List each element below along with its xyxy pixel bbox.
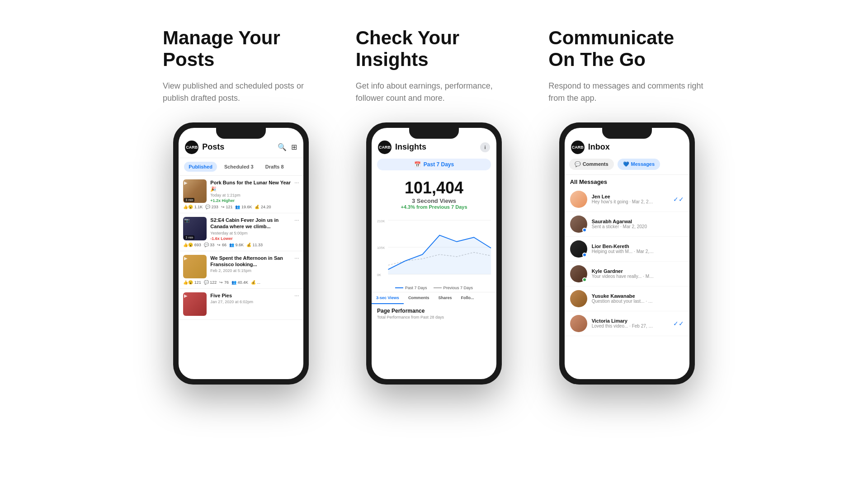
page-wrapper: Manage Your Posts View published and sch… <box>0 0 868 403</box>
inbox-phone-frame: CARB Inbox 💬 Comments 💙 Messages <box>559 122 695 385</box>
message-content-3: Lior Ben-Kereth Helping out with M... · … <box>592 244 684 254</box>
posts-screen-title: Posts <box>202 142 278 152</box>
tab-drafts[interactable]: Drafts 8 <box>261 162 288 172</box>
legend-line-prev7 <box>434 287 442 288</box>
message-name-1: Jen Lee <box>592 194 669 199</box>
info-button[interactable]: i <box>480 142 490 152</box>
search-icon[interactable]: 🔍 <box>278 143 287 151</box>
messenger-icon: 💙 <box>623 161 629 167</box>
post-item-4: ▶ Five Pies Jan 27, 2020 at 6:02pm ··· <box>179 289 303 320</box>
metric-change: +4.3% from Previous 7 Days <box>372 204 496 210</box>
post-title-3: We Spent the Afternoon in San Fransisco … <box>210 255 291 268</box>
stat-reach-3: 👥 40.4K <box>231 280 248 285</box>
post-content-2: S2:E4 Cabin Fever Join us in Canada wher… <box>210 217 291 241</box>
calendar-icon: 📅 <box>414 161 421 168</box>
message-item-2[interactable]: Saurabh Agarwal Sent a sticker · Mar 2, … <box>565 212 689 237</box>
inbox-tab-comments[interactable]: 💬 Comments <box>569 159 614 170</box>
stat-comments-1: 💬 233 <box>205 205 218 209</box>
post-perf-2: -1.6x Lower <box>210 236 291 241</box>
post-stats-2: 👍😮 693 💬 33 ↪ 66 👥 9.6K 💰 11.33 <box>183 243 299 247</box>
post-row1-1: ▶ 3 min Pork Buns for the Lunar New Year… <box>183 179 299 203</box>
feature-title-communicate: Communicate On The Go <box>548 27 705 71</box>
avatar-yusuke <box>570 290 587 307</box>
svg-text:210K: 210K <box>377 219 385 223</box>
date-filter[interactable]: 📅 Past 7 Days <box>377 159 491 170</box>
posts-tabs: Published Scheduled 3 Drafts 8 <box>179 158 303 176</box>
tab-scheduled[interactable]: Scheduled 3 <box>220 162 258 172</box>
feature-title-insights: Check Your Insights <box>356 27 513 71</box>
posts-phone-frame: CARB Posts 🔍 ⊞ Published Scheduled 3 Dra… <box>173 122 309 385</box>
inbox-tab-messages-label: Messages <box>631 161 655 167</box>
insights-chart: 210K 105K 0K <box>376 214 492 282</box>
message-item-3[interactable]: Lior Ben-Kereth Helping out with M... · … <box>565 237 689 262</box>
post-content-1: Pork Buns for the Lunar New Year 🎉 Today… <box>210 179 291 203</box>
message-item-5[interactable]: Yusuke Kawanabe Question about your last… <box>565 286 689 311</box>
message-preview-2: Sent a sticker · Mar 2, 2020 <box>592 224 655 229</box>
insights-phone-notch <box>409 128 459 139</box>
post-more-3[interactable]: ··· <box>294 255 299 261</box>
inbox-tab-messages[interactable]: 💙 Messages <box>618 159 660 170</box>
avatar-saurabh <box>570 216 587 233</box>
svg-marker-6 <box>388 235 491 274</box>
post-thumb-2: 📷 3 min <box>183 217 207 240</box>
video-icon-1: ▶ <box>184 180 188 185</box>
inbox-tabs: 💬 Comments 💙 Messages <box>565 159 689 175</box>
message-name-5: Yusuke Kawanabe <box>592 293 684 299</box>
stat-reach-2: 👥 9.6K <box>229 243 244 247</box>
tab-published[interactable]: Published <box>184 162 217 172</box>
stat-reactions-3: 👍😮 121 <box>183 280 201 285</box>
stat-earn-2: 💰 11.33 <box>246 243 263 247</box>
insights-screen-title: Insights <box>395 142 480 152</box>
post-row1-4: ▶ Five Pies Jan 27, 2020 at 6:02pm ··· <box>183 292 299 316</box>
message-status-6: ✓✓ <box>673 320 684 327</box>
ins-tab-shares[interactable]: Shares <box>434 292 456 304</box>
post-stats-3: 👍😮 121 💬 122 ↪ 76 👥 40.4K 💰 ... <box>183 280 299 285</box>
message-name-2: Saurabh Agarwal <box>592 219 684 224</box>
stat-shares-1: ↪ 121 <box>221 205 233 209</box>
post-more-1[interactable]: ··· <box>294 179 299 186</box>
date-filter-label: Past 7 Days <box>424 161 454 168</box>
video-icon-4: ▶ <box>184 293 188 298</box>
message-preview-4: Your videos have really... · Mar 1, 2020 <box>592 274 655 279</box>
post-item-2: 📷 3 min S2:E4 Cabin Fever Join us in Can… <box>179 213 303 251</box>
post-duration-2: 3 min <box>184 235 194 239</box>
post-item-1: ▶ 3 min Pork Buns for the Lunar New Year… <box>179 176 303 214</box>
filter-icon[interactable]: ⊞ <box>291 143 297 151</box>
avatar-lior <box>570 240 587 258</box>
video-icon-3: ▶ <box>184 256 188 261</box>
stat-shares-2: ↪ 66 <box>217 243 226 247</box>
message-item-1[interactable]: Jen Lee Hey how's it going · Mar 2, 2020… <box>565 187 689 212</box>
post-content-3: We Spent the Afternoon in San Fransisco … <box>210 255 291 274</box>
ins-tab-comments[interactable]: Comments <box>404 292 434 304</box>
message-content-6: Victoria Limary Loved this video... · Fe… <box>592 318 669 328</box>
post-row1-3: ▶ We Spent the Afternoon in San Fransisc… <box>183 255 299 278</box>
text-section-communicate: Communicate On The Go Respond to message… <box>548 27 705 104</box>
ins-tab-views[interactable]: 3-sec Views <box>372 292 404 304</box>
message-preview-5: Question about your last... · Mar 1, 202… <box>592 299 655 304</box>
posts-phone-screen: CARB Posts 🔍 ⊞ Published Scheduled 3 Dra… <box>179 128 303 379</box>
post-title-2: S2:E4 Cabin Fever Join us in Canada wher… <box>210 217 291 230</box>
ins-tab-followers[interactable]: Follo... <box>456 292 478 304</box>
message-content-4: Kyle Gardner Your videos have really... … <box>592 268 684 279</box>
post-more-4[interactable]: ··· <box>294 292 299 299</box>
message-item-4[interactable]: Kyle Gardner Your videos have really... … <box>565 262 689 286</box>
inbox-screen-title: Inbox <box>588 142 683 152</box>
feature-title-manage-posts: Manage Your Posts <box>163 27 320 71</box>
message-item-6[interactable]: Victoria Limary Loved this video... · Fe… <box>565 311 689 336</box>
post-date-2: Yesterday at 5:00pm <box>210 231 291 235</box>
legend-prev7: Previous 7 Days <box>434 286 473 290</box>
post-row1-2: 📷 3 min S2:E4 Cabin Fever Join us in Can… <box>183 217 299 241</box>
column-insights: Check Your Insights Get info about earni… <box>338 27 531 385</box>
big-metric: 101,404 3 Second Views +4.3% from Previo… <box>372 175 496 211</box>
message-content-1: Jen Lee Hey how's it going · Mar 2, 2020 <box>592 194 669 204</box>
legend-label-past7: Past 7 Days <box>405 286 427 290</box>
stat-earn-3: 💰 ... <box>251 280 260 285</box>
post-item-3: ▶ We Spent the Afternoon in San Fransisc… <box>179 251 303 289</box>
chart-area: 210K 105K 0K <box>376 214 492 282</box>
message-status-1: ✓✓ <box>673 196 684 203</box>
posts-header-icons: 🔍 ⊞ <box>278 143 297 151</box>
post-more-2[interactable]: ··· <box>294 217 299 223</box>
feature-desc-communicate: Respond to messages and comments right f… <box>548 80 705 104</box>
text-section-manage-posts: Manage Your Posts View published and sch… <box>163 27 320 104</box>
message-name-4: Kyle Gardner <box>592 268 684 274</box>
